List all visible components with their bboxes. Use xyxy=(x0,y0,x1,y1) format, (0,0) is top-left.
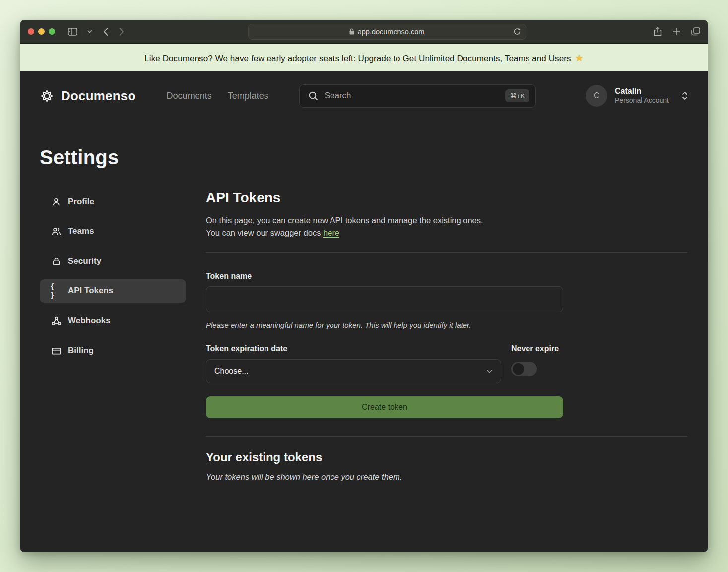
sidebar-item-label: Teams xyxy=(68,226,94,236)
sidebar-item-security[interactable]: Security xyxy=(40,249,186,273)
chevron-down-icon[interactable] xyxy=(82,28,92,36)
documenso-logo-icon xyxy=(40,89,54,103)
upgrade-link[interactable]: Upgrade to Get Unlimited Documents, Team… xyxy=(358,54,571,63)
back-button[interactable] xyxy=(103,27,109,36)
section-description-line1: On this page, you can create new API tok… xyxy=(206,216,483,225)
account-switcher[interactable]: C Catalin Personal Account xyxy=(586,85,688,107)
nav-templates[interactable]: Templates xyxy=(228,91,268,101)
main-nav: Documents Templates xyxy=(167,91,268,101)
divider xyxy=(206,252,687,253)
sidebar-toggle-icon[interactable] xyxy=(68,28,77,36)
webhook-icon xyxy=(51,316,62,326)
brand[interactable]: Documenso xyxy=(40,88,136,104)
select-value: Choose... xyxy=(214,367,248,376)
documenso-app: Documenso Documents Templates Search ⌘+K xyxy=(20,72,708,552)
toggle-knob xyxy=(513,363,524,375)
never-expire-toggle[interactable] xyxy=(511,362,537,376)
braces-icon: { } xyxy=(51,282,62,300)
share-icon[interactable] xyxy=(654,27,662,36)
api-tokens-panel: API Tokens On this page, you can create … xyxy=(206,190,687,482)
upsell-banner: Like Documenso? We have few early adopte… xyxy=(20,44,708,72)
search-shortcut-badge: ⌘+K xyxy=(505,89,529,102)
sidebar-item-teams[interactable]: Teams xyxy=(40,219,186,243)
tab-overview-icon[interactable] xyxy=(691,27,700,36)
new-tab-icon[interactable] xyxy=(672,28,680,36)
sidebar-item-label: Webhooks xyxy=(68,316,111,326)
chevron-up-down-icon xyxy=(681,91,688,100)
browser-window: app.documenso.com xyxy=(20,20,708,552)
page-title: Settings xyxy=(40,146,688,169)
token-name-hint: Please enter a meaningful name for your … xyxy=(206,321,687,329)
sidebar-item-label: Profile xyxy=(68,197,94,207)
settings-page: Settings Profile xyxy=(20,120,708,552)
avatar: C xyxy=(586,85,607,107)
user-name: Catalin xyxy=(615,86,669,96)
browser-actions xyxy=(654,27,700,36)
lock-icon xyxy=(51,256,62,267)
nav-documents[interactable]: Documents xyxy=(167,91,212,101)
section-heading: API Tokens xyxy=(206,190,687,206)
user-icon xyxy=(51,197,62,207)
token-expiration-label: Token expiration date xyxy=(206,344,501,353)
account-type: Personal Account xyxy=(615,96,669,105)
chevron-down-icon xyxy=(486,369,493,373)
forward-button[interactable] xyxy=(119,27,124,36)
sidebar-item-label: Billing xyxy=(68,346,94,356)
search-placeholder: Search xyxy=(325,91,499,101)
close-window-button[interactable] xyxy=(28,28,34,35)
address-bar[interactable]: app.documenso.com xyxy=(248,24,526,40)
credit-card-icon xyxy=(51,346,62,356)
sidebar-item-profile[interactable]: Profile xyxy=(40,190,186,214)
sidebar-item-billing[interactable]: Billing xyxy=(40,339,186,362)
browser-toolbar: app.documenso.com xyxy=(20,20,708,44)
zoom-window-button[interactable] xyxy=(49,28,55,35)
lock-icon xyxy=(349,28,354,35)
sidebar-item-label: API Tokens xyxy=(68,286,113,296)
sidebar-item-api-tokens[interactable]: { } API Tokens xyxy=(40,279,186,303)
section-description-line2: You can view our swagger docs xyxy=(206,228,323,237)
search-input[interactable]: Search ⌘+K xyxy=(299,84,536,108)
existing-tokens-empty-text: Your tokens will be shown here once you … xyxy=(206,472,687,482)
sidebar-item-label: Security xyxy=(68,256,101,266)
create-token-button[interactable]: Create token xyxy=(206,396,563,418)
minimize-window-button[interactable] xyxy=(38,28,45,35)
reload-icon[interactable] xyxy=(514,28,521,35)
users-icon xyxy=(51,226,62,237)
settings-sidebar: Profile Teams xyxy=(40,190,186,482)
app-header: Documenso Documents Templates Search ⌘+K xyxy=(20,72,708,120)
search-icon xyxy=(309,91,318,101)
banner-text: Like Documenso? We have few early adopte… xyxy=(144,54,358,63)
swagger-docs-link[interactable]: here xyxy=(323,228,339,237)
star-icon: ★ xyxy=(575,53,584,63)
never-expire-label: Never expire xyxy=(511,344,559,353)
desktop-background: app.documenso.com xyxy=(0,0,728,572)
url-text: app.documenso.com xyxy=(358,28,425,36)
token-name-label: Token name xyxy=(206,272,687,281)
traffic-lights xyxy=(28,28,55,35)
brand-name: Documenso xyxy=(61,88,136,104)
divider xyxy=(206,436,687,437)
token-expiration-select[interactable]: Choose... xyxy=(206,359,501,383)
sidebar-item-webhooks[interactable]: Webhooks xyxy=(40,309,186,333)
token-name-input[interactable] xyxy=(206,286,563,312)
existing-tokens-heading: Your existing tokens xyxy=(206,450,687,464)
